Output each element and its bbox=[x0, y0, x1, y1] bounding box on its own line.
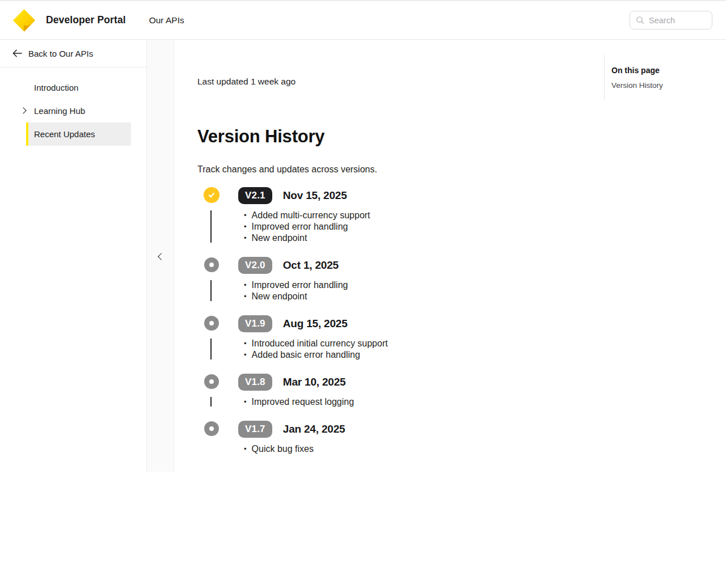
back-arrow-icon bbox=[12, 49, 22, 57]
version-badge: V1.9 bbox=[238, 315, 272, 332]
change-item: •New endpoint bbox=[244, 232, 726, 244]
change-list: •Added multi-currency support •Improved … bbox=[238, 210, 726, 244]
version-date: Nov 15, 2025 bbox=[283, 189, 347, 202]
search-input[interactable] bbox=[649, 16, 706, 25]
dot-circle-icon bbox=[204, 316, 219, 331]
change-item: •Quick bug fixes bbox=[244, 443, 726, 455]
sidebar-item-recent-updates[interactable]: Recent Updates bbox=[26, 122, 131, 146]
change-list: •Introduced initial currency support •Ad… bbox=[238, 338, 726, 361]
sidebar-item-label: Introduction bbox=[34, 83, 78, 92]
version-entry: V1.7 Jan 24, 2025 •Quick bug fixes bbox=[197, 420, 726, 455]
toc-title: On this page bbox=[611, 66, 715, 75]
version-entry: V2.1 Nov 15, 2025 •Added multi-currency … bbox=[197, 187, 726, 244]
nav-our-apis[interactable]: Our APIs bbox=[149, 15, 184, 26]
chevron-left-icon bbox=[158, 253, 165, 260]
version-badge: V2.1 bbox=[238, 187, 272, 204]
header: Developer Portal Our APIs bbox=[0, 0, 726, 40]
main-content: Last updated 1 week ago Version History … bbox=[174, 40, 726, 472]
change-list: •Quick bug fixes bbox=[238, 443, 726, 455]
version-entry: V1.9 Aug 15, 2025 •Introduced initial cu… bbox=[197, 315, 726, 361]
sidebar-item-learning-hub[interactable]: Learning Hub bbox=[26, 99, 131, 122]
change-item: •Improved error handling bbox=[244, 221, 726, 232]
change-item: •Added basic error handling bbox=[244, 349, 726, 361]
change-item: •Improved error handling bbox=[244, 280, 726, 291]
back-link-label: Back to Our APIs bbox=[28, 49, 93, 58]
sidebar: Back to Our APIs Introduction Learning H… bbox=[0, 40, 147, 472]
search-icon bbox=[636, 16, 644, 24]
change-item: •Introduced initial currency support bbox=[244, 338, 726, 349]
version-date: Mar 10, 2025 bbox=[283, 376, 346, 388]
change-item: •Added multi-currency support bbox=[244, 210, 726, 221]
change-list: •Improved error handling •New endpoint bbox=[238, 280, 726, 302]
check-circle-icon bbox=[204, 187, 220, 203]
dot-circle-icon bbox=[204, 421, 219, 436]
page-title: Version History bbox=[197, 126, 726, 147]
change-list: •Improved request logging bbox=[238, 396, 726, 408]
portal-title: Developer Portal bbox=[46, 14, 126, 26]
version-badge: V1.7 bbox=[238, 421, 272, 438]
timeline-connector bbox=[210, 280, 212, 301]
page-subtitle: Track changes and updates across version… bbox=[197, 164, 726, 175]
sidebar-collapse-button[interactable] bbox=[155, 251, 166, 262]
sidebar-item-label: Recent Updates bbox=[34, 129, 95, 139]
timeline-connector bbox=[210, 210, 212, 243]
toc-link-version-history[interactable]: Version History bbox=[611, 81, 715, 90]
change-item: •Improved request logging bbox=[244, 396, 726, 408]
change-item: •New endpoint bbox=[244, 291, 726, 302]
sidebar-item-label: Learning Hub bbox=[34, 106, 85, 116]
version-date: Oct 1, 2025 bbox=[283, 259, 339, 272]
back-to-our-apis-link[interactable]: Back to Our APIs bbox=[0, 40, 146, 67]
dot-circle-icon bbox=[204, 257, 219, 272]
version-entry: V2.0 Oct 1, 2025 •Improved error handlin… bbox=[197, 256, 726, 302]
sidebar-item-introduction[interactable]: Introduction bbox=[26, 76, 131, 99]
timeline-connector bbox=[210, 339, 212, 359]
sidebar-nav: Introduction Learning Hub Recent Updates bbox=[0, 67, 146, 146]
version-timeline: V2.1 Nov 15, 2025 •Added multi-currency … bbox=[197, 187, 726, 455]
version-badge: V1.8 bbox=[238, 374, 272, 391]
version-date: Aug 15, 2025 bbox=[283, 318, 348, 330]
search-box[interactable] bbox=[630, 11, 712, 29]
on-this-page-panel: On this page Version History bbox=[604, 55, 726, 100]
timeline-connector bbox=[210, 397, 212, 407]
dot-circle-icon bbox=[204, 374, 219, 389]
chevron-right-icon bbox=[20, 107, 26, 113]
version-date: Jan 24, 2025 bbox=[283, 423, 345, 435]
version-entry: V1.8 Mar 10, 2025 •Improved request logg… bbox=[197, 373, 726, 408]
brand-diamond-logo-icon bbox=[12, 9, 36, 32]
sidebar-collapse-rail bbox=[147, 40, 174, 472]
version-badge: V2.0 bbox=[238, 257, 272, 274]
